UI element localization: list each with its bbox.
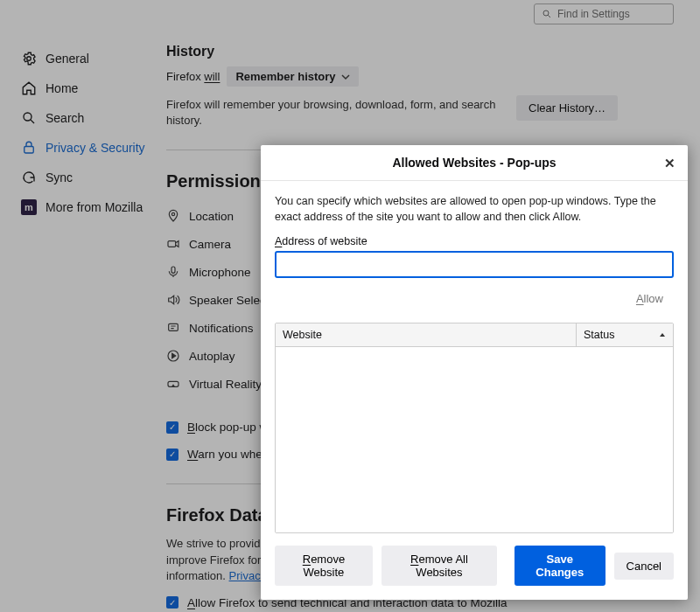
remove-all-websites-button[interactable]: Remove All Websites bbox=[382, 546, 497, 586]
allowed-sites-table: Website Status bbox=[275, 323, 674, 533]
dialog-title: Allowed Websites - Pop-ups ✕ bbox=[261, 145, 688, 181]
address-input[interactable] bbox=[275, 251, 674, 278]
address-field-label: Address of website bbox=[275, 235, 674, 247]
save-changes-button[interactable]: Save Changes bbox=[514, 546, 606, 586]
column-header-website[interactable]: Website bbox=[276, 323, 577, 346]
remove-website-button[interactable]: Remove Website bbox=[275, 546, 373, 586]
cancel-button[interactable]: Cancel bbox=[614, 553, 674, 580]
table-body-empty bbox=[276, 347, 673, 532]
column-header-status[interactable]: Status bbox=[577, 323, 673, 346]
sort-asc-icon bbox=[659, 331, 666, 338]
close-icon[interactable]: ✕ bbox=[664, 156, 676, 171]
allowed-popups-dialog: Allowed Websites - Pop-ups ✕ You can spe… bbox=[261, 145, 688, 600]
allow-button[interactable]: Allow bbox=[626, 287, 674, 310]
dialog-description: You can specify which websites are allow… bbox=[275, 193, 674, 225]
